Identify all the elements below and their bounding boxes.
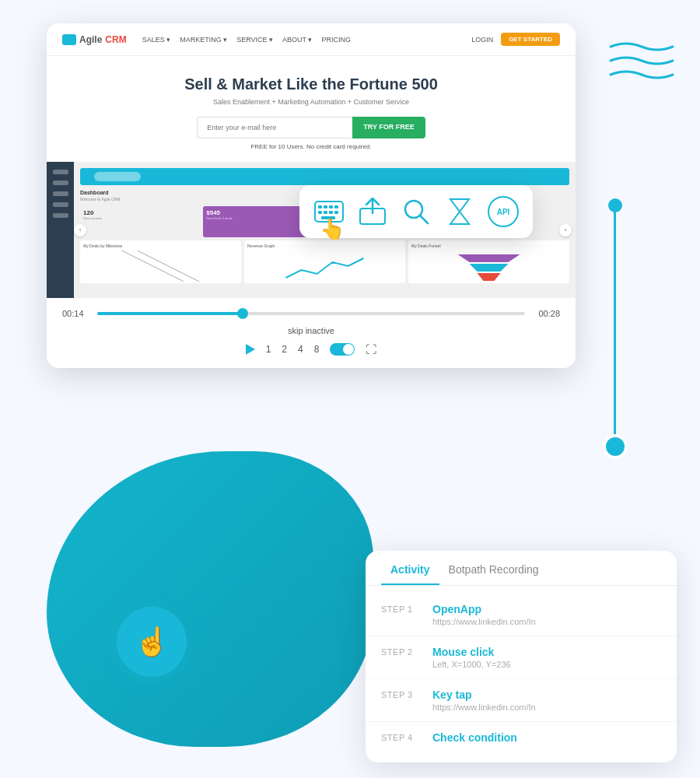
logo-crm-text: CRM: [105, 34, 126, 45]
bg-blob: [47, 451, 373, 747]
connector-dot-top: [608, 198, 622, 212]
dashboard-search: [94, 172, 141, 181]
speed-4x[interactable]: 4: [298, 344, 303, 355]
card-label-contacts: New contacts: [83, 216, 197, 220]
nav-service[interactable]: SERVICE ▾: [236, 36, 273, 44]
step-4-title: Check condition: [432, 731, 517, 744]
dashboard-card-contacts: 120 New contacts: [80, 206, 200, 237]
step-row-1: STEP 1 OpenApp https://www.linkedin.com/…: [366, 594, 677, 636]
cursor-hand-icon: 👆: [320, 217, 345, 241]
svg-line-0: [122, 251, 184, 282]
step-row-4: STEP 4 Check condition: [366, 722, 677, 755]
nav-pricing[interactable]: PRICING: [321, 36, 351, 44]
hero-subtitle: Sales Enablement + Marketing Automation …: [62, 98, 560, 106]
svg-rect-8: [329, 205, 333, 209]
play-button[interactable]: [246, 344, 255, 355]
step-row-3: STEP 3 Key tap https://www.linkedin.com/…: [366, 679, 677, 722]
video-controls: 00:14 00:28 skip inactive 1 2 4 8 ⛶: [47, 298, 576, 368]
crm-navbar: Agile CRM SALES ▾ MARKETING ▾ SERVICE ▾ …: [47, 23, 576, 56]
step-1-content: OpenApp https://www.linkedin.com/In: [432, 603, 536, 626]
svg-rect-10: [318, 211, 322, 214]
free-note-gray: No credit card required.: [306, 143, 372, 150]
skip-toggle[interactable]: [330, 343, 355, 356]
nav-marketing[interactable]: MARKETING ▾: [180, 36, 227, 44]
sidebar-item: [53, 170, 68, 174]
step-1-label: STEP 1: [381, 603, 420, 614]
step-2-label: STEP 2: [381, 646, 420, 657]
progress-track[interactable]: [97, 312, 525, 315]
speed-1x[interactable]: 1: [266, 344, 271, 355]
hero-title: Sell & Market Like the Fortune 500: [62, 75, 560, 93]
speed-2x[interactable]: 2: [282, 344, 287, 355]
get-started-button[interactable]: GET STARTED: [501, 33, 560, 46]
connector-dot-bottom: [603, 434, 628, 459]
step-1-title: OpenApp: [432, 603, 536, 615]
step-1-detail: https://www.linkedin.com/In: [432, 617, 536, 626]
upload-icon-button[interactable]: [357, 196, 388, 227]
svg-rect-12: [329, 211, 333, 214]
playback-controls: 1 2 4 8 ⛶: [62, 343, 560, 356]
icon-toolbar: 👆 API: [299, 185, 533, 238]
dashboard-sidebar: [47, 162, 74, 298]
keyboard-icon-button[interactable]: 👆: [313, 196, 345, 227]
logo-cloud-icon: [62, 34, 76, 45]
dashboard-bottom-cards: My Deals by Milestone Revenue Graph My D…: [80, 240, 569, 283]
free-note: FREE for 10 Users. No credit card requir…: [62, 143, 560, 150]
tab-activity[interactable]: Activity: [381, 551, 439, 585]
svg-rect-13: [334, 211, 338, 214]
step-3-title: Key tap: [432, 689, 536, 701]
crm-logo: Agile CRM: [62, 34, 127, 45]
time-total: 00:28: [533, 309, 560, 318]
sidebar-item: [53, 213, 68, 218]
svg-line-17: [420, 216, 428, 223]
sidebar-item: [53, 180, 68, 185]
login-link[interactable]: LOGIN: [471, 36, 493, 44]
logo-agile-text: Agile: [79, 34, 102, 45]
step-3-content: Key tap https://www.linkedin.com/In: [432, 689, 536, 712]
svg-rect-9: [334, 205, 338, 209]
dashboard-card-my-deals: My Deals by Milestone: [80, 240, 241, 283]
activity-tabs: Activity Botpath Recording: [366, 551, 677, 586]
fullscreen-button[interactable]: ⛶: [366, 343, 376, 356]
activity-steps: STEP 1 OpenApp https://www.linkedin.com/…: [366, 586, 677, 762]
api-icon-button[interactable]: API: [488, 196, 519, 227]
crm-nav-links: SALES ▾ MARKETING ▾ SERVICE ▾ ABOUT ▾ PR…: [142, 36, 351, 44]
tab-botpath-recording[interactable]: Botpath Recording: [439, 551, 548, 585]
step-2-detail: Left, X=1000, Y=236: [432, 660, 511, 669]
svg-rect-6: [318, 205, 322, 209]
email-input[interactable]: [197, 117, 352, 138]
card-num-contacts: 120: [83, 209, 197, 216]
hourglass-icon-button[interactable]: [444, 196, 475, 227]
svg-marker-4: [478, 273, 501, 281]
dashboard-card-revenue: Revenue Graph: [244, 240, 405, 283]
step-2-content: Mouse click Left, X=1000, Y=236: [432, 646, 511, 669]
step-row-2: STEP 2 Mouse click Left, X=1000, Y=236: [366, 636, 677, 679]
carousel-prev-button[interactable]: ‹: [74, 224, 86, 237]
sidebar-item: [53, 191, 68, 196]
sidebar-item: [53, 202, 68, 207]
dashboard-topbar: [80, 168, 569, 185]
step-3-detail: https://www.linkedin.com/In: [432, 703, 536, 712]
progress-bar-container: 00:14 00:28: [62, 309, 560, 318]
carousel-next-button[interactable]: ›: [559, 224, 572, 237]
step-4-label: STEP 4: [381, 731, 420, 742]
crm-nav-right: LOGIN GET STARTED: [471, 33, 560, 46]
connector-line: [614, 202, 616, 443]
skip-inactive-label: skip inactive: [62, 326, 560, 335]
free-note-green: FREE for 10 Users.: [250, 143, 304, 150]
progress-thumb: [237, 308, 248, 319]
speed-8x[interactable]: 8: [314, 344, 320, 355]
crm-hero-section: Sell & Market Like the Fortune 500 Sales…: [47, 56, 576, 162]
nav-about[interactable]: ABOUT ▾: [282, 36, 312, 44]
step-2-title: Mouse click: [432, 646, 511, 658]
hand-pointer-icon: ☝: [135, 626, 170, 658]
step-3-label: STEP 3: [381, 689, 420, 699]
toggle-knob: [343, 344, 354, 355]
nav-sales[interactable]: SALES ▾: [142, 36, 171, 44]
dashboard-card-funnel: My Deals Funnel: [408, 240, 569, 283]
time-current: 00:14: [62, 309, 89, 318]
svg-rect-7: [324, 205, 327, 209]
try-for-free-button[interactable]: TRY FOR FREE: [352, 117, 425, 138]
activity-panel: Activity Botpath Recording STEP 1 OpenAp…: [366, 551, 677, 762]
search-icon-button[interactable]: [401, 196, 432, 227]
